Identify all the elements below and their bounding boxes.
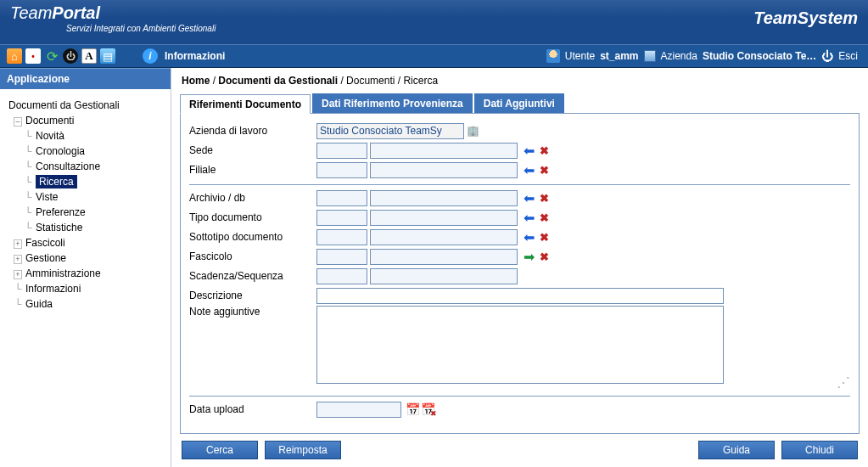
lookup-icon[interactable]: ⬅ — [522, 211, 535, 224]
tree-fascicoli[interactable]: +Fascicoli — [8, 235, 169, 250]
archivio-desc-input[interactable] — [370, 190, 518, 206]
flag-icon[interactable]: • — [25, 48, 41, 64]
tree-cronologia[interactable]: └Cronologia — [8, 143, 169, 159]
exit-icon[interactable]: ⏻ — [821, 49, 833, 63]
expand-icon[interactable]: + — [14, 270, 22, 279]
scadenza-code-input[interactable] — [316, 268, 367, 284]
action-bar: Cerca Reimposta Guida Chiudi — [180, 434, 860, 461]
tree-branch-icon: └ — [24, 191, 32, 203]
reset-button[interactable]: Reimposta — [265, 441, 341, 459]
tree-branch-icon: └ — [24, 206, 32, 218]
descrizione-input[interactable] — [316, 288, 724, 304]
clear-icon[interactable]: ✖ — [537, 211, 551, 224]
scadenza-desc-input[interactable] — [370, 268, 518, 284]
sottotipo-desc-input[interactable] — [370, 229, 518, 245]
filiale-label: Filiale — [189, 164, 316, 176]
tree-branch-icon: └ — [24, 130, 32, 142]
sottotipo-code-input[interactable] — [316, 229, 367, 245]
note-label: Note aggiuntive — [189, 306, 316, 318]
clear-icon[interactable]: ✖ — [537, 250, 551, 263]
lookup-icon[interactable]: ⬅ — [522, 163, 535, 177]
brand-word-a: Team — [10, 3, 52, 22]
power-icon[interactable]: ⏻ — [63, 48, 78, 64]
tree-branch-icon: └ — [14, 283, 22, 295]
separator — [189, 184, 850, 185]
sede-label: Sede — [189, 144, 316, 156]
toolbar-info-label: Informazioni — [165, 50, 225, 62]
toolbar-info: i Informazioni — [143, 48, 225, 64]
clear-icon[interactable]: ✖ — [537, 230, 551, 244]
crumb-home[interactable]: Home — [182, 75, 210, 87]
user-icon — [546, 49, 560, 63]
tree-amministrazione[interactable]: +Amministrazione — [8, 266, 169, 281]
fascicolo-label: Fascicolo — [189, 250, 316, 262]
fascicolo-desc-input[interactable] — [370, 249, 518, 265]
tree-informazioni[interactable]: └Informazioni — [8, 281, 169, 296]
user-value: st_amm — [600, 50, 638, 62]
tree-viste[interactable]: └Viste — [8, 189, 169, 205]
calendar-icon[interactable]: 📅 — [406, 402, 419, 416]
tree-gestione[interactable]: +Gestione — [8, 250, 169, 266]
lookup-icon[interactable]: ⬅ — [522, 143, 535, 157]
search-button[interactable]: Cerca — [182, 441, 258, 459]
lookup-icon[interactable]: ⬅ — [522, 230, 535, 244]
sidebar: Applicazione Documenti da Gestionali –Do… — [0, 68, 171, 467]
tree-documenti[interactable]: –Documenti — [8, 113, 169, 128]
clear-icon[interactable]: ✖ — [537, 143, 551, 157]
tipodoc-label: Tipo documento — [189, 211, 316, 223]
tree-branch-icon: └ — [24, 176, 32, 188]
building-icon[interactable]: 🏢 — [466, 124, 479, 138]
tab-aggiuntivi[interactable]: Dati Aggiuntivi — [474, 93, 564, 113]
scadenza-label: Scadenza/Sequenza — [189, 270, 316, 282]
brand-left: TeamPortal — [10, 3, 100, 23]
tree-novita[interactable]: └Novità — [8, 128, 169, 143]
separator — [189, 396, 850, 397]
app-header: TeamPortal Servizi Integrati con Ambient… — [0, 0, 868, 44]
archivio-code-input[interactable] — [316, 190, 367, 206]
close-button[interactable]: Chiudi — [781, 441, 858, 459]
add-icon[interactable]: ➡ — [522, 250, 535, 263]
tab-provenienza[interactable]: Dati Riferimento Provenienza — [312, 93, 473, 113]
archivio-label: Archivio / db — [189, 192, 316, 204]
clear-icon[interactable]: ✖ — [537, 191, 551, 205]
tipodoc-code-input[interactable] — [316, 210, 367, 226]
font-a-icon[interactable]: A — [81, 48, 97, 64]
help-button[interactable]: Guida — [698, 441, 775, 459]
refresh-icon[interactable]: ⟳ — [44, 48, 59, 64]
dataupload-input[interactable] — [316, 402, 401, 418]
filiale-code-input[interactable] — [316, 162, 367, 178]
tree-branch-icon: └ — [14, 298, 22, 310]
lookup-icon[interactable]: ⬅ — [522, 191, 535, 205]
expand-icon[interactable]: + — [14, 239, 22, 249]
crumb-module[interactable]: Documenti da Gestionali — [218, 75, 338, 87]
info-icon: i — [143, 48, 158, 64]
tree-statistiche[interactable]: └Statistiche — [8, 220, 169, 235]
tree-root[interactable]: Documenti da Gestionali — [8, 98, 169, 113]
collapse-icon[interactable]: – — [14, 117, 22, 127]
company-value: Studio Consociato Te… — [703, 50, 816, 62]
filiale-desc-input[interactable] — [370, 162, 518, 178]
tree-branch-icon: └ — [24, 222, 32, 234]
tipodoc-desc-input[interactable] — [370, 210, 518, 226]
sede-code-input[interactable] — [316, 143, 367, 159]
fascicolo-code-input[interactable] — [316, 249, 367, 265]
tree-preferenze[interactable]: └Preferenze — [8, 205, 169, 220]
sede-desc-input[interactable] — [370, 143, 518, 159]
dataupload-label: Data upload — [189, 403, 316, 415]
tree-consultazione[interactable]: └Consultazione — [8, 159, 169, 174]
breadcrumb: Home / Documenti da Gestionali / Documen… — [180, 71, 860, 93]
exit-link[interactable]: Esci — [838, 50, 858, 62]
brand-tagline: Servizi Integrati con Ambienti Gestional… — [66, 24, 216, 33]
clear-icon[interactable]: ✖ — [537, 163, 551, 177]
note-textarea[interactable] — [316, 306, 724, 384]
brand-right: TeamSystem — [753, 8, 858, 28]
tab-riferimenti[interactable]: Riferimenti Documento — [180, 94, 311, 114]
home-icon[interactable]: ⌂ — [7, 48, 22, 64]
windows-icon[interactable]: ▤ — [100, 48, 115, 64]
tree-ricerca[interactable]: └Ricerca — [8, 174, 169, 189]
azienda-input — [316, 123, 464, 139]
calendar-clear-icon[interactable]: 📅 — [421, 402, 434, 416]
expand-icon[interactable]: + — [14, 255, 22, 264]
tree-guida[interactable]: └Guida — [8, 296, 169, 312]
crumb-section[interactable]: Documenti — [346, 75, 395, 87]
